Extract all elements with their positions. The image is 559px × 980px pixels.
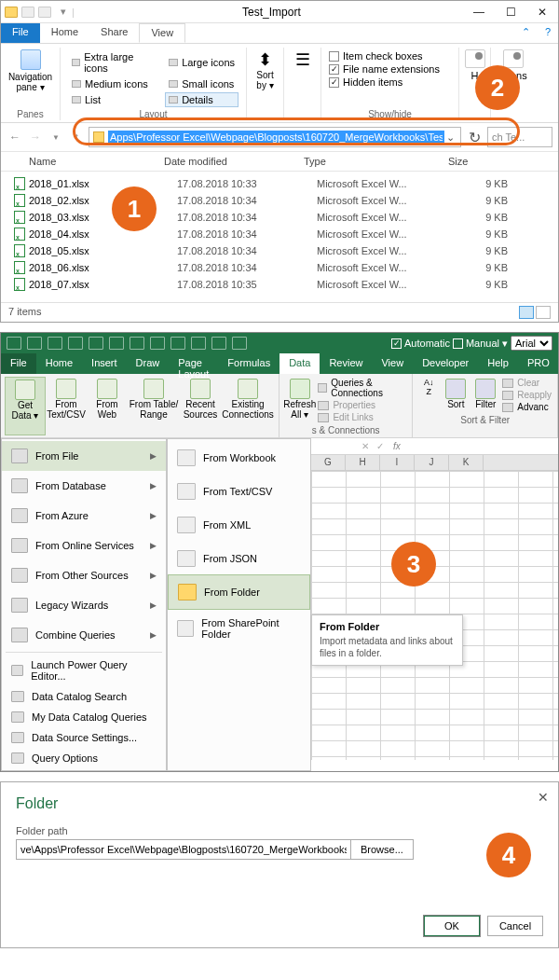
submenu-from-workbook[interactable]: From Workbook — [168, 441, 310, 475]
tab-review[interactable]: Review — [320, 353, 372, 374]
menu-legacy-wizards[interactable]: Legacy Wizards▶ — [2, 590, 166, 620]
qat-icon[interactable] — [211, 337, 226, 350]
tab-insert[interactable]: Insert — [82, 353, 127, 374]
col-H[interactable]: H — [346, 455, 380, 470]
thumbnails-view-icon[interactable] — [536, 306, 551, 319]
navigation-pane-button[interactable]: Navigation pane ▾ — [8, 49, 52, 105]
current-view-buttons[interactable]: ☰ — [292, 49, 313, 83]
fx-enter[interactable]: ✓ — [373, 441, 388, 451]
queries-connections-button[interactable]: Queries & Connections — [316, 377, 408, 399]
menu-from-azure[interactable]: From Azure▶ — [2, 501, 166, 531]
ribbon-collapse[interactable]: ⌃ — [514, 23, 538, 43]
qat-icon[interactable] — [109, 337, 124, 350]
qat-icon[interactable] — [191, 337, 206, 350]
menu-from-other-sources[interactable]: From Other Sources▶ — [2, 560, 166, 590]
from-csv-button[interactable]: From Text/CSV — [46, 377, 87, 435]
col-I[interactable]: I — [380, 455, 415, 470]
file-row[interactable]: 2018_02.xlsx17.08.2018 10:34Microsoft Ex… — [14, 192, 558, 209]
reapply-button[interactable]: Reapply — [500, 389, 553, 401]
layout-list[interactable]: List — [68, 92, 156, 107]
menu-my-data-catalog-queries[interactable]: My Data Catalog Queries — [2, 707, 166, 727]
submenu-from-folder[interactable]: From Folder — [168, 574, 310, 610]
search-box[interactable]: ch Te... — [487, 127, 552, 147]
sort-by-button[interactable]: ⬍ Sort by ▾ — [254, 49, 276, 104]
menu-from-online-services[interactable]: From Online Services▶ — [2, 531, 166, 560]
layout-xl-icons[interactable]: Extra large icons — [68, 49, 156, 76]
dialog-close-button[interactable]: ✕ — [538, 790, 549, 805]
layout-sm-icons[interactable]: Small icons — [165, 76, 239, 91]
tab-formulas[interactable]: Formulas — [218, 353, 280, 374]
submenu-from-text-csv[interactable]: From Text/CSV — [168, 475, 310, 508]
submenu-from-sharepoint-folder[interactable]: From SharePoint Folder — [168, 609, 310, 648]
qat-icon[interactable] — [232, 337, 247, 350]
clear-button[interactable]: Clear — [500, 377, 553, 389]
menu-combine-queries[interactable]: Combine Queries▶ — [2, 620, 166, 650]
maximize-button[interactable]: ☐ — [495, 1, 526, 23]
menu-launch-power-query-editor-[interactable]: Launch Power Query Editor... — [2, 655, 166, 686]
file-row[interactable]: 2018_01.xlsx17.08.2018 10:33Microsoft Ex… — [14, 175, 558, 192]
fx-cancel[interactable]: ✕ — [358, 441, 373, 451]
redo-icon[interactable] — [48, 337, 62, 350]
submenu-from-xml[interactable]: From XML — [168, 508, 310, 542]
tab-data[interactable]: Data — [280, 353, 320, 374]
recent-locations[interactable]: ▼ — [48, 129, 64, 145]
qat-icon[interactable] — [150, 337, 165, 350]
auto-checkbox[interactable]: ✓ — [391, 338, 402, 349]
folder-path-input[interactable] — [16, 839, 351, 860]
tab-home[interactable]: Home — [36, 353, 82, 374]
forward-button[interactable]: → — [27, 129, 44, 145]
submenu-from-json[interactable]: From JSON — [168, 542, 310, 575]
details-view-icon[interactable] — [519, 306, 534, 319]
col-J[interactable]: J — [415, 455, 449, 470]
qat-icon[interactable] — [68, 337, 83, 350]
qat-icon[interactable] — [89, 337, 103, 350]
tab-home[interactable]: Home — [40, 23, 89, 43]
file-extensions-toggle[interactable]: ✓File name extensions — [329, 62, 451, 76]
font-selector[interactable]: Arial — [511, 336, 552, 351]
undo-icon[interactable] — [27, 337, 42, 350]
properties-button[interactable]: Properties — [316, 399, 408, 411]
file-row[interactable]: 2018_04.xlsx17.08.2018 10:34Microsoft Ex… — [14, 226, 558, 242]
manual-checkbox[interactable] — [453, 338, 463, 349]
menu-from-file[interactable]: From File▶ — [2, 441, 166, 471]
qat-icon[interactable] — [170, 337, 185, 350]
edit-links-button[interactable]: Edit Links — [316, 411, 408, 423]
existing-connections-button[interactable]: Existing Connections — [221, 377, 275, 435]
filter-button[interactable]: Filter — [470, 377, 500, 413]
from-web-button[interactable]: From Web — [87, 377, 128, 435]
tab-view[interactable]: View — [139, 23, 185, 43]
file-row[interactable]: 2018_05.xlsx17.08.2018 10:34Microsoft Ex… — [14, 242, 558, 259]
item-checkboxes-toggle[interactable]: Item check boxes — [329, 49, 451, 62]
column-headers[interactable]: GHIJK — [311, 455, 558, 471]
menu-data-source-settings-[interactable]: Data Source Settings... — [2, 727, 166, 748]
refresh-all-button[interactable]: Refresh All ▾ — [283, 377, 316, 423]
tab-file[interactable]: File — [1, 23, 40, 43]
address-input[interactable] — [108, 131, 444, 144]
tab-help[interactable]: Help — [478, 353, 518, 374]
recent-sources-button[interactable]: Recent Sources — [180, 377, 221, 435]
minimize-button[interactable]: — — [463, 1, 495, 23]
tab-pro[interactable]: PRO — [518, 353, 559, 374]
layout-details[interactable]: Details — [165, 92, 239, 107]
hidden-items-toggle[interactable]: ✓Hidden items — [329, 76, 451, 89]
sort-dialog-button[interactable]: Sort — [441, 377, 470, 413]
address-bar[interactable]: ⌄ — [89, 127, 461, 147]
tab-view[interactable]: View — [372, 353, 413, 374]
get-data-button[interactable]: Get Data ▾ — [5, 377, 46, 435]
advanced-button[interactable]: Advanc — [500, 401, 553, 413]
help-icon[interactable]: ? — [538, 23, 558, 43]
tab-draw[interactable]: Draw — [127, 353, 170, 374]
menu-data-catalog-search[interactable]: Data Catalog Search — [2, 686, 166, 707]
tab-developer[interactable]: Developer — [413, 353, 478, 374]
qat-icon[interactable] — [130, 337, 144, 350]
menu-query-options[interactable]: Query Options — [2, 748, 166, 768]
layout-lg-icons[interactable]: Large icons — [165, 49, 239, 76]
browse-button[interactable]: Browse... — [350, 839, 414, 860]
cancel-button[interactable]: Cancel — [487, 916, 543, 936]
col-G[interactable]: G — [311, 455, 346, 470]
refresh-button[interactable]: ↻ — [465, 129, 484, 146]
sort-az-button[interactable]: A↓Z — [416, 377, 441, 413]
tab-share[interactable]: Share — [89, 23, 139, 43]
file-row[interactable]: 2018_06.xlsx17.08.2018 10:34Microsoft Ex… — [14, 259, 558, 276]
up-button[interactable]: ↑ — [68, 129, 85, 145]
